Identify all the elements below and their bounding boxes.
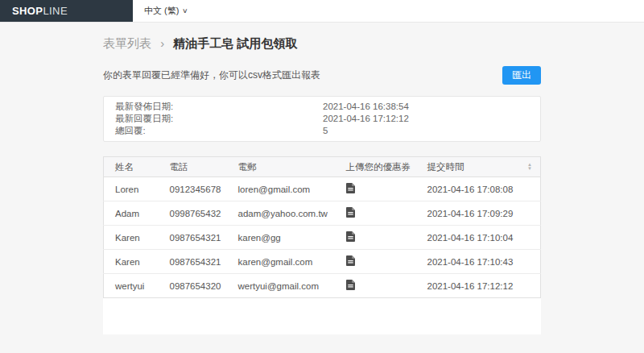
uploaded-file-icon[interactable] — [346, 280, 355, 292]
cell-submit-time: 2021-04-16 17:10:43 — [416, 250, 541, 274]
responses-table: 姓名 電話 電郵 上傳您的優惠券 提交時間 ▲ ▼ Loren — [103, 156, 541, 298]
page-title: 精油手工皂 試用包領取 — [173, 36, 297, 50]
main-content: 表單列表 › 精油手工皂 試用包領取 你的表單回覆已經準備好，你可以csv格式匯… — [103, 35, 541, 334]
table-row: Karen 0987654321 karen@gg 2021-04-16 17:… — [104, 226, 541, 250]
cell-name: Karen — [104, 250, 159, 274]
cell-submit-time: 2021-04-16 17:09:29 — [416, 201, 541, 226]
table-row: Loren 0912345678 loren@gmail.com 2021-04… — [104, 177, 541, 201]
chevron-down-icon: ∨ — [183, 7, 189, 15]
cell-submit-time: 2021-04-16 17:10:04 — [416, 226, 541, 250]
column-header-submit-time: 提交時間 ▲ ▼ — [416, 157, 541, 177]
logo-block: SHOPLINE — [0, 0, 133, 22]
summary-value: 5 — [323, 125, 328, 137]
column-header-phone: 電話 — [159, 157, 227, 177]
column-header-email: 電郵 — [227, 157, 335, 177]
cell-submit-time: 2021-04-16 17:08:08 — [416, 177, 541, 201]
uploaded-file-icon[interactable] — [346, 183, 355, 195]
summary-value: 2021-04-16 16:38:54 — [323, 101, 409, 113]
cell-phone: 0912345678 — [159, 177, 227, 201]
table-header-row: 姓名 電話 電郵 上傳您的優惠券 提交時間 ▲ ▼ — [104, 157, 541, 177]
cell-name: Karen — [104, 226, 159, 250]
cell-phone: 0987654321 — [159, 226, 227, 250]
summary-value: 2021-04-16 17:12:12 — [323, 113, 409, 125]
cell-coupon — [335, 226, 416, 250]
cell-email: karen@gg — [227, 226, 335, 250]
uploaded-file-icon[interactable] — [346, 207, 355, 219]
uploaded-file-icon[interactable] — [346, 231, 355, 243]
cell-phone: 0998765432 — [159, 201, 227, 226]
uploaded-file-icon[interactable] — [346, 255, 355, 268]
column-header-coupon: 上傳您的優惠券 — [335, 157, 416, 177]
table-row: wertyui 0987654320 wertyui@gmail.com 202… — [104, 274, 541, 298]
breadcrumb-form-list-link[interactable]: 表單列表 — [103, 36, 151, 50]
summary-label: 最新發佈日期: — [115, 101, 323, 113]
export-row: 你的表單回覆已經準備好，你可以csv格式匯出報表 匯出 — [103, 66, 541, 85]
cell-coupon — [335, 201, 416, 226]
shopline-logo: SHOPLINE — [12, 5, 68, 17]
table-row: Karen 0987654321 karen@gmail.com 2021-04… — [104, 250, 541, 274]
export-button[interactable]: 匯出 — [502, 66, 541, 85]
cell-name: wertyui — [104, 274, 159, 298]
export-description: 你的表單回覆已經準備好，你可以csv格式匯出報表 — [103, 69, 320, 82]
topbar: SHOPLINE 中文 (繁) ∨ — [0, 0, 644, 23]
cell-email: loren@gmail.com — [227, 177, 335, 201]
summary-label: 最新回覆日期: — [115, 113, 323, 125]
sort-icon[interactable]: ▲ ▼ — [527, 163, 532, 171]
cell-name: Adam — [104, 201, 159, 226]
responses-table-card: 姓名 電話 電郵 上傳您的優惠券 提交時間 ▲ ▼ Loren — [103, 156, 541, 334]
column-header-name: 姓名 — [104, 157, 159, 177]
cell-email: adam@yahoo.com.tw — [227, 201, 335, 226]
cell-email: wertyui@gmail.com — [227, 274, 335, 298]
cell-coupon — [335, 177, 416, 201]
summary-row-published: 最新發佈日期: 2021-04-16 16:38:54 — [115, 101, 529, 113]
cell-name: Loren — [104, 177, 159, 201]
table-row: Adam 0998765432 adam@yahoo.com.tw 2021-0… — [104, 201, 541, 226]
language-selector[interactable]: 中文 (繁) ∨ — [144, 0, 188, 22]
breadcrumb: 表單列表 › 精油手工皂 試用包領取 — [103, 35, 541, 51]
summary-label: 總回覆: — [115, 125, 323, 137]
cell-coupon — [335, 274, 416, 298]
cell-email: karen@gmail.com — [227, 250, 335, 274]
summary-card: 最新發佈日期: 2021-04-16 16:38:54 最新回覆日期: 2021… — [103, 96, 541, 142]
summary-row-total-replies: 總回覆: 5 — [115, 125, 529, 137]
sort-down-arrow: ▼ — [527, 167, 532, 171]
cell-phone: 0987654321 — [159, 250, 227, 274]
cell-phone: 0987654320 — [159, 274, 227, 298]
logo-text-light: LINE — [43, 5, 68, 17]
logo-text-bold: SHOP — [12, 5, 43, 17]
cell-coupon — [335, 250, 416, 274]
summary-row-last-reply: 最新回覆日期: 2021-04-16 17:12:12 — [115, 113, 529, 125]
language-label: 中文 (繁) — [144, 5, 179, 17]
breadcrumb-separator: › — [160, 36, 164, 50]
cell-submit-time: 2021-04-16 17:12:12 — [416, 274, 541, 298]
